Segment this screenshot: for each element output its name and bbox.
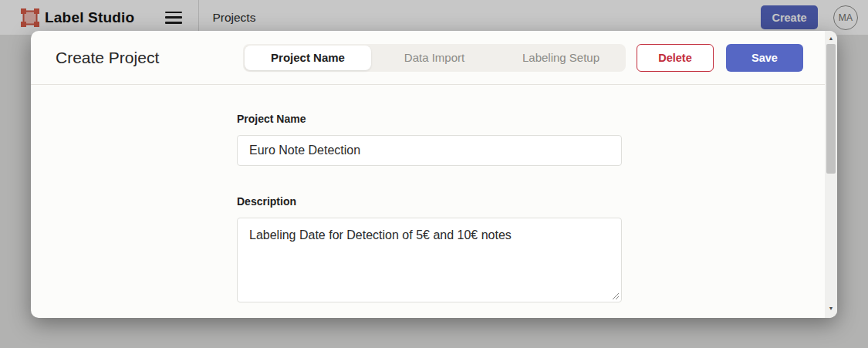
create-project-modal: Create Project Project Name Data Import … <box>31 31 837 318</box>
description-textarea[interactable]: Labeling Date for Detection of 5€ and 10… <box>237 218 622 302</box>
resize-handle-icon[interactable] <box>611 292 620 300</box>
tab-labeling-setup[interactable]: Labeling Setup <box>498 46 624 70</box>
save-button[interactable]: Save <box>726 44 803 72</box>
scroll-up-icon[interactable]: ▲ <box>825 32 837 45</box>
description-label: Description <box>237 195 837 208</box>
modal-body: Project Name Description Labeling Date f… <box>31 85 837 302</box>
scrollbar-thumb[interactable] <box>826 44 836 174</box>
modal-title: Create Project <box>56 49 159 67</box>
project-name-label: Project Name <box>237 113 837 125</box>
modal-scrollbar[interactable]: ▲ ▼ <box>825 31 837 318</box>
delete-button[interactable]: Delete <box>637 44 714 72</box>
wizard-tabs: Project Name Data Import Labeling Setup <box>243 44 626 72</box>
description-textarea-wrap: Labeling Date for Detection of 5€ and 10… <box>237 218 622 302</box>
tab-project-name[interactable]: Project Name <box>245 46 371 70</box>
modal-header: Create Project Project Name Data Import … <box>31 31 837 85</box>
project-name-input[interactable] <box>237 135 622 166</box>
scroll-down-icon[interactable]: ▼ <box>825 302 837 315</box>
tab-data-import[interactable]: Data Import <box>371 46 498 70</box>
